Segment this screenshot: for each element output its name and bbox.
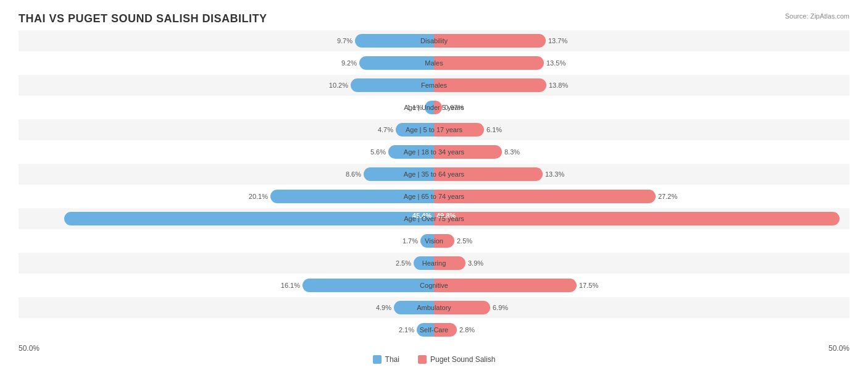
legend-puget-icon: [418, 355, 427, 364]
puget-value: 3.9%: [468, 259, 483, 267]
bar-row: 16.1%17.5%Cognitive: [19, 275, 849, 296]
bar-row: 10.2%13.8%Females: [19, 75, 849, 96]
puget-value: 27.2%: [658, 193, 677, 200]
bar-row: 2.5%3.9%Hearing: [19, 253, 849, 274]
bar-label: Self-Care: [420, 326, 448, 334]
puget-value: 17.5%: [579, 282, 598, 289]
bar-label: Cognitive: [420, 282, 448, 289]
bar-puget: [434, 190, 656, 203]
legend-thai: Thai: [373, 355, 399, 364]
thai-value: 9.7%: [337, 37, 353, 44]
puget-value: 13.3%: [545, 170, 564, 178]
chart-area: 9.7%13.7%Disability9.2%13.5%Males10.2%13…: [19, 30, 849, 340]
bar-label: Age | Under 5 years: [404, 104, 464, 111]
thai-value: 16.1%: [281, 282, 300, 289]
legend-thai-label: Thai: [385, 355, 399, 364]
bar-label: Age | 5 to 17 years: [406, 126, 462, 133]
thai-value: 2.5%: [396, 259, 411, 267]
thai-value: 1.7%: [403, 237, 418, 245]
bar-row: 9.2%13.5%Males: [19, 52, 849, 74]
thai-value: 5.6%: [370, 148, 386, 156]
puget-value: 2.5%: [457, 237, 472, 245]
bar-label: Vision: [425, 237, 443, 245]
puget-value: 8.3%: [504, 148, 520, 156]
legend-puget-label: Puget Sound Salish: [430, 355, 495, 364]
bar-row: 9.7%13.7%Disability: [19, 30, 849, 51]
bar-label: Disability: [420, 37, 448, 44]
bar-row: 1.7%2.5%Vision: [19, 230, 849, 251]
bar-puget: [434, 56, 544, 70]
bar-label: Females: [421, 82, 447, 89]
bar-puget: 49.8%: [434, 212, 840, 225]
bar-row: 4.9%6.9%Ambulatory: [19, 297, 849, 318]
bar-puget: [434, 78, 546, 92]
bar-row: 4.7%6.1%Age | 5 to 17 years: [19, 119, 849, 140]
bar-row: 20.1%27.2%Age | 65 to 74 years: [19, 186, 849, 207]
puget-value: 2.8%: [459, 326, 475, 334]
x-axis: 50.0% 50.0%: [19, 344, 849, 353]
bar-puget: [434, 34, 546, 48]
puget-value: 13.8%: [549, 82, 568, 89]
legend: Thai Puget Sound Salish: [19, 355, 849, 364]
bar-puget: [434, 279, 577, 292]
bar-label: Males: [425, 59, 443, 67]
x-axis-right: 50.0%: [828, 344, 849, 353]
puget-value: 13.7%: [548, 37, 567, 44]
legend-puget: Puget Sound Salish: [418, 355, 495, 364]
chart-container: THAI VS PUGET SOUND SALISH DISABILITY So…: [0, 0, 868, 378]
bar-label: Age | 35 to 64 years: [404, 170, 464, 178]
bar-label: Age | 65 to 74 years: [404, 193, 464, 200]
source-label: Source: ZipAtlas.com: [785, 12, 849, 20]
bar-row: 8.6%13.3%Age | 35 to 64 years: [19, 164, 849, 185]
bar-thai: 45.4%: [64, 212, 434, 225]
bar-label: Hearing: [422, 259, 446, 267]
bar-label: Age | Over 75 years: [404, 215, 464, 222]
bar-row: 2.1%2.8%Self-Care: [19, 319, 849, 340]
bar-label: Age | 18 to 34 years: [404, 148, 464, 156]
thai-value: 2.1%: [399, 326, 414, 334]
puget-value: 13.5%: [546, 59, 565, 67]
thai-value: 4.7%: [378, 126, 393, 133]
chart-title: THAI VS PUGET SOUND SALISH DISABILITY: [19, 12, 849, 25]
thai-value: 10.2%: [329, 82, 348, 89]
bar-label: Ambulatory: [417, 304, 451, 311]
puget-value: 6.1%: [486, 126, 502, 133]
bar-thai: [303, 279, 434, 292]
x-axis-left: 50.0%: [19, 344, 40, 353]
bar-row: 5.6%8.3%Age | 18 to 34 years: [19, 141, 849, 162]
bar-row: 1.1%0.97%Age | Under 5 years: [19, 97, 849, 118]
thai-value: 8.6%: [346, 170, 361, 178]
puget-value: 6.9%: [493, 304, 508, 311]
bar-thai: [359, 56, 434, 70]
thai-value: 4.9%: [376, 304, 391, 311]
legend-thai-icon: [373, 355, 382, 364]
bar-row: 45.4%49.8%Age | Over 75 years: [19, 208, 849, 229]
thai-value: 20.1%: [249, 193, 268, 200]
thai-value: 9.2%: [341, 59, 357, 67]
